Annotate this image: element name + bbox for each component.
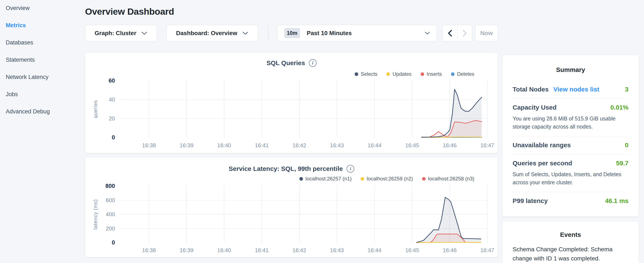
sidebar: OverviewMetricsDatabasesStatementsNetwor… [6,5,78,115]
time-pager [442,25,472,41]
right-column: Summary Total NodesView nodes list3Capac… [502,55,639,263]
sidebar-item-databases[interactable]: Databases [6,39,78,46]
summary-row-label: Capacity Used [512,104,556,111]
info-icon[interactable]: i [346,165,354,173]
svg-text:16:41: 16:41 [255,142,269,148]
sidebar-item-advanced-debug[interactable]: Advanced Debug [6,108,78,115]
svg-text:16:44: 16:44 [368,142,382,148]
graph-scope-label: Graph: Cluster [94,30,136,37]
svg-text:40: 40 [109,97,115,103]
svg-text:600: 600 [106,197,115,203]
summary-panel: Summary Total NodesView nodes list3Capac… [502,55,639,217]
legend-label: Inserts [427,71,442,77]
svg-text:16:44: 16:44 [368,247,382,253]
legend-label: Selects [361,71,378,77]
svg-text:queries: queries [92,100,98,118]
time-range-dropdown[interactable]: 10m Past 10 Minutes [277,25,437,41]
time-back-button[interactable] [442,25,457,41]
legend-item[interactable]: Selects [355,71,378,77]
time-range-label: Past 10 Minutes [307,30,425,37]
legend-dot [355,72,358,76]
toolbar-divider [268,25,268,41]
summary-row-description: Sum of Selects, Updates, Inserts, and De… [512,170,628,186]
svg-text:16:42: 16:42 [292,247,306,253]
summary-row: Queries per second59.7Sum of Selects, Up… [512,154,628,192]
info-icon[interactable]: i [309,59,316,67]
svg-text:16:39: 16:39 [180,142,194,148]
svg-text:16:43: 16:43 [330,247,344,253]
chart-title-row: SQL Queries i [85,59,498,67]
dashboard-dropdown[interactable]: Dashboard: Overview [166,25,258,41]
summary-row-description: You are using 28.6 MiB of 515.9 GiB usab… [512,114,628,131]
view-nodes-list-link[interactable]: View nodes list [553,86,599,93]
summary-row-value: 0 [625,141,628,149]
summary-row: Total NodesView nodes list3 [512,81,628,99]
svg-text:16:46: 16:46 [443,247,457,253]
summary-row-value: 3 [625,86,628,93]
event-item: Schema Change Completed: Schema change w… [512,245,628,263]
chevron-down-icon [424,32,430,35]
svg-text:16:41: 16:41 [255,247,269,253]
event-message: Schema Change Completed: Schema change w… [512,245,628,263]
legend-item[interactable]: localhost:26257 (n1) [299,176,352,182]
summary-rows: Total NodesView nodes list3Capacity Used… [512,81,628,210]
chevron-down-icon [142,32,147,35]
sidebar-item-jobs[interactable]: Jobs [6,91,78,97]
svg-text:16:45: 16:45 [405,142,419,148]
sidebar-item-statements[interactable]: Statements [6,57,78,63]
legend-dot [386,72,390,76]
service-latency-chart-card: Service Latency: SQL, 99th percentile i … [85,157,498,257]
legend-item[interactable]: localhost:26259 (n2) [360,176,413,182]
main-content: Overview Dashboard Graph: Cluster Dashbo… [85,0,498,257]
legend-dot [360,177,364,181]
chevron-right-icon [462,30,467,37]
svg-text:60: 60 [109,78,115,84]
summary-row-label: P99 latency [512,197,548,204]
svg-text:16:43: 16:43 [330,142,344,148]
svg-text:16:38: 16:38 [142,142,156,148]
svg-text:0: 0 [112,134,115,141]
svg-text:16:38: 16:38 [142,247,156,253]
summary-row: P99 latency46.1 ms [512,192,628,210]
legend-item[interactable]: Inserts [420,71,442,77]
legend-dot [422,177,426,181]
svg-text:latency (ms): latency (ms) [92,199,98,229]
legend-dot [420,72,424,76]
time-forward-button[interactable] [457,25,472,41]
summary-row: Capacity Used0.01%You are using 28.6 MiB… [512,99,628,136]
svg-text:16:46: 16:46 [443,142,457,148]
time-range-badge: 10m [284,28,300,38]
chevron-down-icon [242,32,248,35]
now-button[interactable]: Now [475,25,498,41]
legend-item[interactable]: Updates [386,71,412,77]
sidebar-item-overview[interactable]: Overview [6,5,78,11]
events-panel: Events Schema Change Completed: Schema c… [502,221,639,263]
chart-legend: SelectsUpdatesInsertsDeletes [355,71,474,77]
sql-queries-chart-card: SQL Queries i SelectsUpdatesInsertsDelet… [85,53,498,153]
summary-row-label: Queries per second [512,160,572,167]
svg-text:16:47: 16:47 [480,247,494,253]
chart-title: Service Latency: SQL, 99th percentile [229,165,343,172]
legend-label: Deletes [457,71,474,77]
legend-dot [451,72,454,76]
page-title: Overview Dashboard [85,7,498,17]
svg-text:16:39: 16:39 [180,247,194,253]
sidebar-item-network-latency[interactable]: Network Latency [6,74,78,80]
legend-item[interactable]: localhost:26258 (n3) [422,176,474,182]
summary-row-label: Unavailable ranges [512,141,571,149]
graph-scope-dropdown[interactable]: Graph: Cluster [85,25,157,41]
chart-title: SQL Queries [266,59,305,67]
svg-text:800: 800 [106,183,115,189]
chevron-left-icon [448,30,452,37]
sidebar-item-metrics[interactable]: Metrics [6,22,78,29]
sql-queries-plot: 16:3816:3916:4016:4116:4216:4316:4416:45… [85,53,498,153]
svg-text:20: 20 [109,116,115,122]
chart-legend: localhost:26257 (n1)localhost:26259 (n2)… [299,176,474,182]
events-title: Events [512,231,628,238]
summary-row-value: 0.01% [610,104,628,111]
toolbar: Graph: Cluster Dashboard: Overview 10m P… [85,25,498,41]
legend-item[interactable]: Deletes [451,71,474,77]
summary-row-value: 59.7 [616,160,628,167]
svg-text:16:40: 16:40 [217,247,231,253]
summary-row-value: 46.1 ms [605,197,628,204]
